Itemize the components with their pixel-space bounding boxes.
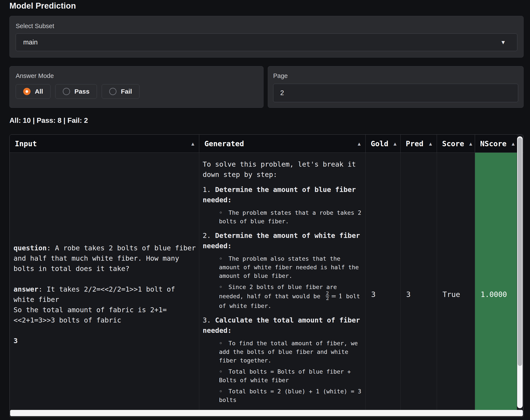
generated-bullet: ◦The problem also states that the amount…: [203, 254, 362, 280]
results-stats: All: 10 | Pass: 8 | Fail: 2: [9, 116, 88, 125]
radio-option-all[interactable]: All: [16, 84, 50, 99]
bullet-text: The problem states that a robe takes 2 b…: [219, 209, 361, 224]
column-header-input[interactable]: Input ▲: [10, 135, 199, 153]
generated-step-1-heading: 1. Determine the amount of blue fiber ne…: [203, 184, 362, 205]
page-number-value: 2: [280, 89, 284, 97]
bullet-icon: ◦: [219, 209, 222, 216]
math-text: = 1: [331, 292, 343, 300]
radio-option-pass[interactable]: Pass: [55, 84, 97, 99]
sort-asc-icon: ▲: [388, 141, 397, 146]
bullet-text: To find the total amount of fiber, we ad…: [219, 340, 358, 364]
step-number: 3.: [203, 316, 215, 324]
page-title: Model Prediction: [9, 1, 76, 11]
page-number-input[interactable]: 2: [273, 84, 518, 102]
fraction-denominator: 2: [326, 296, 329, 301]
generated-step-3-heading: 3. Calculate the total amount of fiber n…: [203, 315, 362, 336]
fraction-numerator: 2: [326, 291, 329, 296]
cell-nscore[interactable]: 1.0000: [475, 153, 517, 410]
column-header-score-label: Score: [442, 139, 464, 148]
sort-asc-icon: ▲: [507, 141, 515, 146]
step-number: 1.: [203, 185, 215, 194]
page-panel: Page 2: [268, 66, 524, 108]
column-header-input-label: Input: [15, 139, 37, 148]
column-header-nscore[interactable]: NScore ▲: [475, 135, 517, 153]
question-label: question: [14, 244, 47, 252]
generated-bullet: ◦Total bolts = 2 (blue) + 1 (white) = 3 …: [203, 387, 362, 404]
cell-gold[interactable]: 3: [365, 153, 400, 410]
page-label: Page: [273, 72, 518, 79]
subset-dropdown-value: main: [23, 38, 38, 46]
input-final-answer: 3: [14, 336, 196, 346]
step-heading: Determine the amount of white fiber need…: [203, 231, 360, 250]
bullet-text: Total bolts = Bolts of blue fiber + Bolt…: [219, 368, 351, 383]
sort-asc-icon: ▲: [353, 141, 361, 146]
table-header-row: Input ▲ Generated ▲ Gold ▲ Pred ▲ Score …: [10, 135, 523, 153]
generated-step-2-heading: 2. Determine the amount of white fiber n…: [203, 230, 362, 251]
step-heading: Calculate the total amount of fiber need…: [203, 316, 360, 335]
bullet-icon: ◦: [219, 340, 222, 347]
radio-option-fail[interactable]: Fail: [102, 84, 139, 99]
subset-dropdown[interactable]: main ▼: [16, 33, 517, 51]
column-header-pred[interactable]: Pred ▲: [400, 135, 437, 153]
cell-input[interactable]: question: A robe takes 2 bolts of blue f…: [10, 153, 199, 410]
fraction: 22: [326, 291, 329, 301]
column-header-pred-label: Pred: [406, 139, 423, 148]
cell-score[interactable]: True: [437, 153, 475, 410]
bullet-text: The problem also states that the amount …: [219, 255, 359, 279]
table-row: question: A robe takes 2 bolts of blue f…: [10, 153, 523, 410]
column-header-generated[interactable]: Generated ▲: [199, 135, 365, 153]
sort-asc-icon: ▲: [464, 141, 472, 146]
select-subset-label: Select Subset: [16, 23, 517, 30]
vertical-scrollbar-thumb[interactable]: [518, 138, 522, 366]
radio-unselected-icon: [63, 88, 70, 95]
radio-unselected-icon: [109, 88, 117, 95]
radio-selected-icon: [23, 88, 30, 95]
radio-option-pass-label: Pass: [74, 88, 89, 95]
radio-option-fail-label: Fail: [121, 88, 132, 95]
bullet-icon: ◦: [219, 255, 222, 262]
sort-asc-icon: ▲: [424, 141, 432, 146]
step-heading: Determine the amount of blue fiber neede…: [203, 185, 356, 204]
bullet-text: Since 2 bolts of blue fiber are needed, …: [219, 284, 337, 300]
generated-bullet: ◦To find the total amount of fiber, we a…: [203, 339, 362, 365]
chevron-down-icon: ▼: [500, 40, 506, 45]
cell-generated[interactable]: To solve this problem, let's break it do…: [199, 153, 365, 410]
column-header-gold[interactable]: Gold ▲: [365, 135, 400, 153]
generated-bullet-math: ◦Since 2 bolts of blue fiber are needed,…: [203, 283, 362, 310]
column-header-gold-label: Gold: [371, 139, 388, 148]
answer-label: answer: [14, 285, 38, 293]
column-header-generated-label: Generated: [204, 139, 244, 148]
vertical-scrollbar[interactable]: [517, 136, 523, 408]
generated-bullet: ◦Total bolts = Bolts of blue fiber + Bol…: [203, 367, 362, 385]
bullet-icon: ◦: [219, 368, 222, 375]
generated-bullet: ◦The problem states that a robe takes 2 …: [203, 209, 362, 226]
bullet-icon: ◦: [219, 284, 222, 290]
sort-asc-icon: ▲: [186, 141, 194, 146]
input-answer: answer: It takes 2/2=<<2/2=1>>1 bolt of …: [14, 284, 196, 325]
bullet-text: Total bolts = 2 (blue) + 1 (white) = 3 b…: [219, 388, 361, 403]
answer-mode-label: Answer Mode: [16, 72, 257, 79]
answer-text: : It takes 2/2=<<2/2=1>>1 bolt of white …: [14, 285, 179, 324]
horizontal-scrollbar[interactable]: [10, 410, 523, 416]
answer-mode-radio-group: All Pass Fail: [16, 84, 257, 99]
bullet-icon: ◦: [219, 388, 222, 395]
step-number: 2.: [203, 231, 215, 240]
column-header-score[interactable]: Score ▲: [437, 135, 475, 153]
radio-option-all-label: All: [35, 88, 43, 95]
column-header-nscore-label: NScore: [480, 139, 507, 148]
select-subset-panel: Select Subset main ▼: [9, 16, 524, 57]
cell-pred[interactable]: 3: [400, 153, 437, 410]
answer-mode-panel: Answer Mode All Pass Fail: [9, 66, 264, 108]
input-question: question: A robe takes 2 bolts of blue f…: [14, 243, 196, 274]
predictions-table: Input ▲ Generated ▲ Gold ▲ Pred ▲ Score …: [9, 134, 524, 417]
generated-intro: To solve this problem, let's break it do…: [203, 159, 362, 180]
